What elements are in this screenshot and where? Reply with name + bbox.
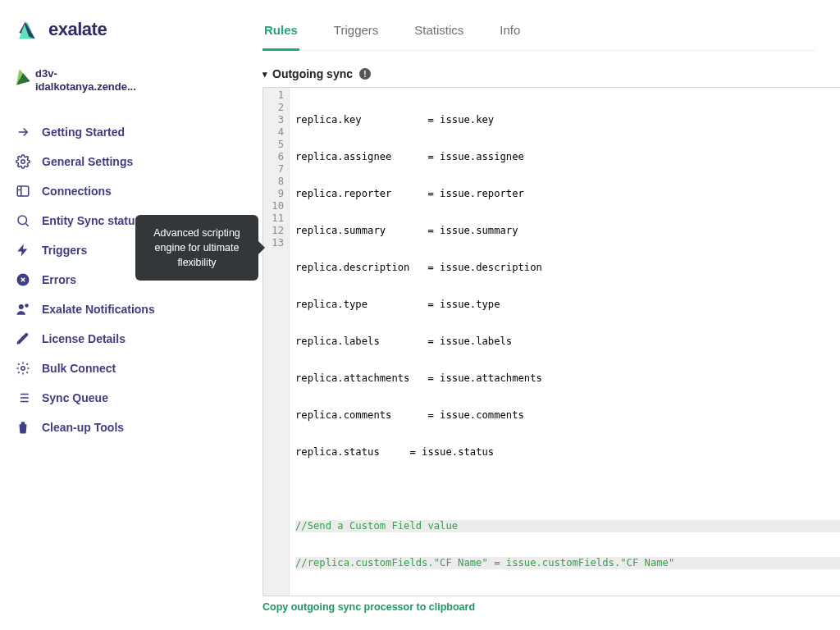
sidebar-item-label: Connections <box>42 185 112 198</box>
tab-rules[interactable]: Rules <box>262 23 299 51</box>
tooltip-text: Advanced scripting engine for ultimate f… <box>153 227 240 268</box>
outgoing-gutter: 1 2 3 4 5 6 7 8 9 10 11 12 13 <box>263 88 290 596</box>
sidebar-item-label: Bulk Connect <box>42 362 116 375</box>
sidebar-item-label: Entity Sync status <box>42 214 141 227</box>
sidebar-item-bulk-connect[interactable]: Bulk Connect <box>12 354 164 383</box>
svg-point-9 <box>21 366 25 370</box>
bell-person-icon <box>16 302 30 317</box>
sidebar-item-exalate-notifications[interactable]: Exalate Notifications <box>12 294 164 324</box>
outgoing-sync-title: Outgoing sync <box>272 67 353 80</box>
bulk-gear-icon <box>16 361 30 376</box>
brand-name: exalate <box>48 19 107 40</box>
svg-rect-4 <box>17 186 29 196</box>
arrow-right-icon <box>16 125 30 139</box>
search-icon <box>16 213 30 228</box>
info-icon[interactable]: ! <box>359 68 371 80</box>
sidebar-item-label: Triggers <box>42 244 87 257</box>
svg-point-3 <box>21 159 25 163</box>
outgoing-sync-header[interactable]: ▾ Outgoing sync ! <box>262 67 840 80</box>
sidebar-item-sync-queue[interactable]: Sync Queue <box>12 383 164 413</box>
trash-icon <box>16 420 30 435</box>
copy-outgoing-link[interactable]: Copy outgoing sync processor to clipboar… <box>262 601 840 613</box>
pencil-icon <box>16 331 30 346</box>
sidebar-item-label: General Settings <box>42 155 133 168</box>
instance-glyph-icon <box>12 67 30 85</box>
sidebar: exalate d3v-idalkotanya.zende... Getting… <box>0 0 164 630</box>
chevron-down-icon: ▾ <box>262 69 267 80</box>
instance-label: d3v-idalkotanya.zende... <box>35 67 150 94</box>
sidebar-item-label: Exalate Notifications <box>42 303 155 316</box>
gear-icon <box>16 154 30 169</box>
connections-tooltip: Advanced scripting engine for ultimate f… <box>135 215 258 281</box>
sidebar-item-label: Sync Queue <box>42 391 108 404</box>
tab-statistics[interactable]: Statistics <box>413 23 465 50</box>
svg-point-7 <box>19 304 24 309</box>
main-content: Rules Triggers Statistics Info ▾ Outgoin… <box>262 0 840 630</box>
list-icon <box>16 390 30 405</box>
error-icon <box>16 272 30 287</box>
sidebar-item-label: License Details <box>42 332 126 345</box>
svg-point-8 <box>25 304 29 308</box>
connections-icon <box>16 184 30 199</box>
instance-indicator[interactable]: d3v-idalkotanya.zende... <box>12 67 164 94</box>
outgoing-code[interactable]: replica.key = issue.key replica.assignee… <box>290 88 840 596</box>
exalate-logo-icon <box>14 16 40 43</box>
tab-bar: Rules Triggers Statistics Info <box>262 0 815 51</box>
sidebar-item-label: Clean-up Tools <box>42 421 124 434</box>
brand-logo: exalate <box>12 16 164 43</box>
tab-info[interactable]: Info <box>498 23 522 50</box>
sidebar-item-getting-started[interactable]: Getting Started <box>12 117 164 147</box>
sidebar-item-label: Getting Started <box>42 126 125 139</box>
outgoing-sync-section: ▾ Outgoing sync ! 1 2 3 4 5 6 7 8 9 10 1… <box>262 67 840 613</box>
sidebar-item-label: Errors <box>42 273 76 286</box>
sidebar-item-general-settings[interactable]: General Settings <box>12 147 164 176</box>
bolt-icon <box>16 243 30 258</box>
svg-point-5 <box>18 216 27 225</box>
sidebar-item-license-details[interactable]: License Details <box>12 324 164 354</box>
tab-triggers[interactable]: Triggers <box>332 23 380 50</box>
sidebar-item-cleanup-tools[interactable]: Clean-up Tools <box>12 413 164 442</box>
outgoing-sync-editor[interactable]: 1 2 3 4 5 6 7 8 9 10 11 12 13 replica.ke… <box>262 87 840 596</box>
sidebar-item-connections[interactable]: Connections <box>12 176 164 206</box>
